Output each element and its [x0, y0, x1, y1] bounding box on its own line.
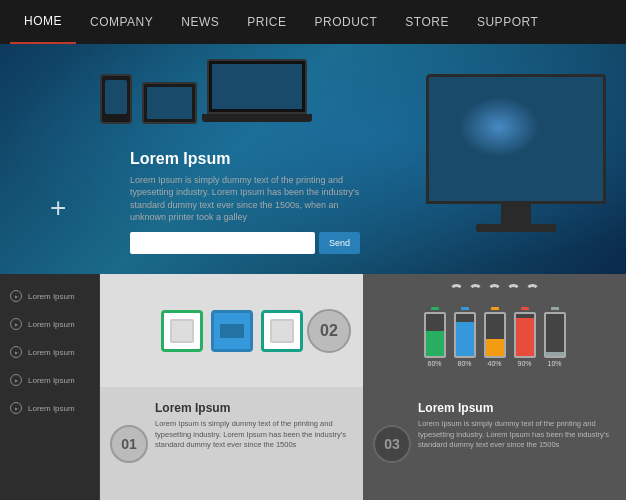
sidebar-arrow-4: [10, 374, 22, 386]
nav-item-support[interactable]: SUPPORT: [463, 0, 552, 44]
batteries-panel: 60% 80% 40%: [363, 274, 626, 387]
nav-item-product[interactable]: PRODUCT: [300, 0, 391, 44]
hero-content: Lorem Ipsum Lorem Ipsum is simply dummy …: [130, 150, 360, 254]
battery-4-pct: 90%: [517, 360, 531, 367]
device-monitor: [426, 74, 606, 232]
section-01-title: Lorem Ipsum: [155, 401, 347, 415]
section-03-text: Lorem Ipsum is simply dummy text of the …: [418, 419, 610, 451]
hero-title: Lorem Ipsum: [130, 150, 360, 168]
battery-5-pct: 10%: [547, 360, 561, 367]
section-01-badge: 01: [110, 425, 148, 463]
sidebar-arrow-2: [10, 318, 22, 330]
section-01-text: Lorem Ipsum is simply dummy text of the …: [155, 419, 347, 451]
dot-1: [449, 284, 464, 299]
chips-row: [161, 310, 303, 352]
section-03-title: Lorem Ipsum: [418, 401, 610, 415]
bottom-section: Lorem Ipsum Lorem Ipsum Lorem Ipsum Lore…: [0, 274, 626, 500]
battery-row: 60% 80% 40%: [375, 307, 614, 367]
sidebar-label-1: Lorem Ipsum: [28, 292, 75, 301]
chip-blue: [211, 310, 253, 352]
section-03-badge: 03: [373, 425, 411, 463]
sidebar-item-3[interactable]: Lorem Ipsum: [0, 338, 99, 366]
sidebar-arrow-3: [10, 346, 22, 358]
sidebar-item-2[interactable]: Lorem Ipsum: [0, 310, 99, 338]
battery-2-pct: 80%: [457, 360, 471, 367]
dot-5: [525, 284, 540, 299]
hero-form: Send: [130, 232, 360, 254]
nav-item-home[interactable]: HOME: [10, 0, 76, 44]
hero-description: Lorem Ipsum is simply dummy text of the …: [130, 174, 360, 224]
chips-panel: 02: [100, 274, 363, 387]
sidebar-label-2: Lorem Ipsum: [28, 320, 75, 329]
battery-1: 60%: [424, 307, 446, 367]
battery-4: 90%: [514, 307, 536, 367]
sidebar-item-5[interactable]: Lorem Ipsum: [0, 394, 99, 422]
hero-section: + Lorem Ipsum Lorem Ipsum is simply dumm…: [0, 44, 626, 274]
chip-teal: [261, 310, 303, 352]
main-grid: 02 60%: [100, 274, 626, 500]
panel02-badge: 02: [307, 309, 351, 353]
device-phone: [100, 74, 132, 124]
battery-1-pct: 60%: [427, 360, 441, 367]
dot-3: [487, 284, 502, 299]
nav-item-company[interactable]: COMPANY: [76, 0, 167, 44]
hero-send-button[interactable]: Send: [319, 232, 360, 254]
sidebar-label-3: Lorem Ipsum: [28, 348, 75, 357]
plus-icon[interactable]: +: [50, 192, 66, 224]
nav-item-price[interactable]: PRICE: [233, 0, 300, 44]
section-01-panel: 01 Lorem Ipsum Lorem Ipsum is simply dum…: [100, 387, 363, 500]
dot-4: [506, 284, 521, 299]
section-03-panel: 03 Lorem Ipsum Lorem Ipsum is simply dum…: [363, 387, 626, 500]
main-nav: HOME COMPANY NEWS PRICE PRODUCT STORE SU…: [0, 0, 626, 44]
sidebar-item-1[interactable]: Lorem Ipsum: [0, 282, 99, 310]
nav-item-store[interactable]: STORE: [391, 0, 463, 44]
sidebar-label-4: Lorem Ipsum: [28, 376, 75, 385]
battery-2: 80%: [454, 307, 476, 367]
sidebar-label-5: Lorem Ipsum: [28, 404, 75, 413]
hero-devices: [100, 59, 307, 124]
sidebar-arrow-1: [10, 290, 22, 302]
device-tablet: [142, 82, 197, 124]
nav-item-news[interactable]: NEWS: [167, 0, 233, 44]
battery-5: 10%: [544, 307, 566, 367]
chip-green: [161, 310, 203, 352]
battery-3-pct: 40%: [487, 360, 501, 367]
battery-3: 40%: [484, 307, 506, 367]
dot-2: [468, 284, 483, 299]
dots-row: [375, 284, 614, 299]
device-laptop: [207, 59, 307, 124]
sidebar-arrow-5: [10, 402, 22, 414]
sidebar-item-4[interactable]: Lorem Ipsum: [0, 366, 99, 394]
hero-email-input[interactable]: [130, 232, 315, 254]
sidebar: Lorem Ipsum Lorem Ipsum Lorem Ipsum Lore…: [0, 274, 100, 500]
